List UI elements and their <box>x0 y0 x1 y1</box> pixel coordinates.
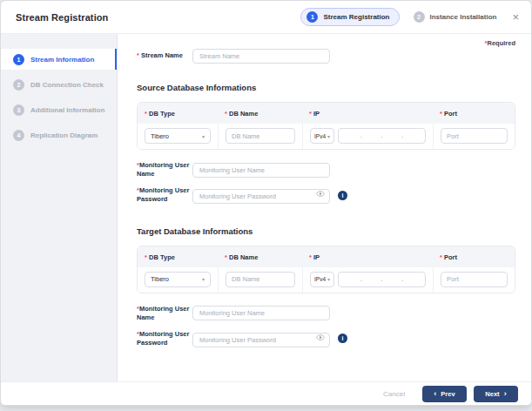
asterisk: * <box>309 253 312 261</box>
header-stepper: 1 Stream Registration 2 Instance Install… <box>300 8 519 26</box>
col-label: IP <box>313 110 320 118</box>
target-col-db-type: * DB Type <box>138 246 218 267</box>
asterisk: * <box>145 253 147 261</box>
dialog-title: Stream Registration <box>16 12 108 23</box>
source-port-input[interactable] <box>441 128 508 144</box>
stream-name-label: * Stream Name <box>137 51 192 60</box>
source-ip-version-select[interactable]: IPv4 ▾ <box>310 128 334 144</box>
target-db-name-input[interactable] <box>226 272 295 287</box>
source-ip-cell: IPv4 ▾ . . . <box>302 124 433 149</box>
target-ip-version-select[interactable]: IPv4 ▾ <box>310 272 334 287</box>
chevron-down-icon: ▾ <box>327 133 330 139</box>
target-monitoring-name-input[interactable] <box>192 306 330 320</box>
dialog-footer: Cancel ‹Prev Next› <box>1 381 531 405</box>
ip-dot-separator: . <box>360 134 362 137</box>
info-icon[interactable]: i <box>338 191 347 200</box>
step-1-label: Stream Registration <box>323 13 389 21</box>
target-port-input[interactable] <box>441 272 508 287</box>
sidebar-step-3-label: Additional Information <box>30 106 104 114</box>
source-db-name-input[interactable] <box>226 128 295 144</box>
target-section-title: Target Database Informations <box>137 226 515 236</box>
target-db-table-header: * DB Type * DB Name * IP * Port <box>138 246 515 267</box>
form-panel: *Required * Stream Name Source Database … <box>118 34 531 381</box>
sidebar-item-additional-information[interactable]: 3 Additional Information <box>1 99 117 120</box>
target-port-cell <box>433 267 515 293</box>
asterisk: * <box>145 110 147 118</box>
sidebar-step-3-badge: 3 <box>13 104 24 116</box>
sidebar-step-4-label: Replication Diagram <box>30 131 98 139</box>
source-col-db-name: * DB Name <box>218 103 302 124</box>
chevron-right-icon: › <box>504 390 507 398</box>
asterisk: * <box>225 253 227 261</box>
source-section-title: Source Database Informations <box>137 83 515 92</box>
target-col-ip: * IP <box>302 246 433 267</box>
col-label: IP <box>313 253 320 261</box>
step-2-label: Instance Installation <box>430 13 497 21</box>
info-icon[interactable]: i <box>338 334 347 343</box>
col-label: DB Name <box>229 110 258 118</box>
target-db-name-cell <box>218 267 302 293</box>
target-ip-input[interactable]: . . . <box>338 272 426 287</box>
chevron-down-icon: ▾ <box>202 133 205 139</box>
sidebar-step-1-label: Stream Information <box>30 56 94 64</box>
target-col-db-name: * DB Name <box>218 246 302 267</box>
target-db-type-cell: Tibero ▾ <box>138 267 218 293</box>
col-label: DB Type <box>149 253 175 261</box>
ip-dot-separator: . <box>401 134 403 137</box>
target-col-port: * Port <box>433 246 515 267</box>
col-label: Port <box>444 253 457 261</box>
prev-button[interactable]: ‹Prev <box>422 386 467 402</box>
source-db-name-cell <box>218 124 302 149</box>
source-db-type-value: Tibero <box>151 132 169 140</box>
target-db-table: * DB Type * DB Name * IP * Port Tibero ▾ <box>137 246 515 293</box>
header-step-instance-installation[interactable]: 2 Instance Installation <box>414 11 497 23</box>
required-label: Required <box>487 39 515 47</box>
sidebar-step-2-badge: 2 <box>13 79 24 91</box>
source-monitoring-name-input[interactable] <box>192 163 330 178</box>
stream-name-input[interactable] <box>192 49 330 64</box>
target-db-type-select[interactable]: Tibero ▾ <box>145 272 211 287</box>
target-monitoring-password-label: *Monitoring User Password <box>137 330 192 347</box>
stream-registration-dialog: Stream Registration 1 Stream Registratio… <box>0 0 532 406</box>
header-step-stream-registration[interactable]: 1 Stream Registration <box>300 8 399 26</box>
target-monitoring-password-input[interactable] <box>192 333 330 347</box>
next-button[interactable]: Next› <box>474 386 518 402</box>
label-text: Monitoring User Password <box>137 186 189 203</box>
col-label: Port <box>444 110 457 118</box>
source-col-ip: * IP <box>302 103 433 124</box>
step-2-badge: 2 <box>414 11 425 23</box>
target-db-type-value: Tibero <box>151 275 169 283</box>
label-text: Monitoring User Name <box>137 305 189 321</box>
target-db-table-body: Tibero ▾ IPv4 ▾ . . <box>138 267 515 293</box>
stream-name-row: * Stream Name <box>137 49 515 64</box>
source-monitoring-name-label: *Monitoring User Name <box>137 161 192 179</box>
sidebar-step-4-badge: 4 <box>13 130 24 141</box>
sidebar-item-stream-information[interactable]: 1 Stream Information <box>1 49 117 70</box>
source-db-table-header: * DB Type * DB Name * IP * Port <box>138 103 515 124</box>
source-monitoring-password-input[interactable] <box>192 189 330 204</box>
source-monitoring-password-wrap <box>192 186 330 204</box>
col-label: DB Type <box>149 110 175 118</box>
col-label: DB Name <box>229 253 258 261</box>
chevron-down-icon: ▾ <box>327 276 330 282</box>
sidebar-item-replication-diagram[interactable]: 4 Replication Diagram <box>1 125 117 145</box>
target-ip-cell: IPv4 ▾ . . . <box>302 267 433 293</box>
source-ip-input[interactable]: . . . <box>338 128 426 144</box>
source-monitoring-password-label: *Monitoring User Password <box>137 186 192 204</box>
ip-dot-separator: . <box>401 278 403 280</box>
step-1-badge: 1 <box>306 11 318 23</box>
next-label: Next <box>485 390 499 398</box>
source-db-type-select[interactable]: Tibero ▾ <box>145 128 211 144</box>
eye-icon[interactable] <box>316 190 325 198</box>
dialog-header: Stream Registration 1 Stream Registratio… <box>1 1 531 34</box>
cancel-button[interactable]: Cancel <box>383 390 405 398</box>
asterisk: * <box>137 51 139 59</box>
eye-icon[interactable] <box>316 334 325 341</box>
stream-name-label-text: Stream Name <box>141 51 183 59</box>
prev-label: Prev <box>441 390 455 398</box>
source-db-type-cell: Tibero ▾ <box>138 124 218 149</box>
close-icon[interactable]: × <box>512 11 519 23</box>
asterisk: * <box>440 110 442 118</box>
sidebar-item-db-connection-check[interactable]: 2 DB Connection Check <box>1 74 117 95</box>
target-monitoring-password-wrap <box>192 330 330 347</box>
